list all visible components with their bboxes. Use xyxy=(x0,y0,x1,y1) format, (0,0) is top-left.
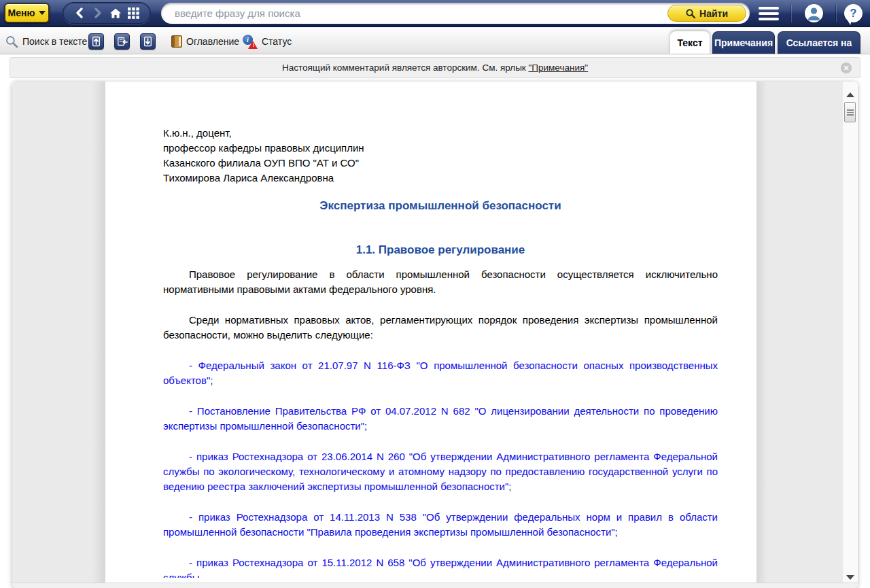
page-margin-left xyxy=(12,82,105,588)
find-button-label: Найти xyxy=(699,8,728,19)
user-icon xyxy=(805,4,823,22)
document-paragraph: Среди нормативных правовых актов, реглам… xyxy=(163,313,718,343)
chevron-down-icon xyxy=(39,11,46,15)
search-in-text-icon xyxy=(5,35,18,48)
vertical-scrollbar[interactable] xyxy=(843,82,858,588)
document-link-paragraph[interactable]: - приказ Ростехнадзора от 15.11.2012 N 6… xyxy=(163,555,718,578)
separator xyxy=(790,5,792,22)
book-icon xyxy=(171,35,182,48)
question-mark-icon: ? xyxy=(850,8,857,19)
tab-text[interactable]: Текст xyxy=(670,31,710,54)
hamburger-icon xyxy=(759,7,779,10)
notice-bar: Настоящий комментарий является авторским… xyxy=(10,57,860,78)
status-button[interactable]: i ! Статус xyxy=(243,29,292,54)
page-margin-right xyxy=(756,82,843,588)
table-of-contents-button[interactable]: Оглавление xyxy=(171,29,239,54)
content-area: К.ю.н., доцент,профессор кафедры правовы… xyxy=(0,82,870,588)
find-button[interactable]: Найти xyxy=(667,5,746,22)
top-bar: Меню На xyxy=(0,0,870,27)
byline-line: К.ю.н., доцент, xyxy=(163,126,718,141)
user-account-button[interactable] xyxy=(805,4,823,22)
scroll-down-icon[interactable] xyxy=(846,575,854,580)
document-link-paragraph[interactable]: - Федеральный закон от 21.07.97 N 116-ФЗ… xyxy=(163,358,718,388)
document-panel: К.ю.н., доцент,профессор кафедры правовы… xyxy=(12,82,858,588)
notice-notes-link[interactable]: "Примечания" xyxy=(529,63,589,73)
tab-references[interactable]: Ссылается на xyxy=(778,31,860,54)
close-icon[interactable]: ✕ xyxy=(841,63,852,73)
speech-bubble-tail xyxy=(846,19,851,24)
document-link-paragraph[interactable]: - Постановление Правительства РФ от 04.0… xyxy=(163,404,718,434)
byline-line: профессор кафедры правовых дисциплин xyxy=(163,141,718,156)
scrollbar-thumb[interactable] xyxy=(844,102,856,122)
search-input[interactable] xyxy=(175,4,657,22)
tab-references-label: Ссылается на xyxy=(786,37,852,48)
search-icon xyxy=(686,9,695,18)
toc-label: Оглавление xyxy=(186,36,239,47)
document-title: Экспертиза промышленной безопасности xyxy=(163,198,718,214)
horizontal-scrollbar[interactable] xyxy=(12,583,858,588)
doc-arrow-down-icon xyxy=(143,36,153,47)
chevron-right-icon xyxy=(93,7,103,18)
notice-text: Настоящий комментарий является авторским… xyxy=(10,58,860,77)
document-body: К.ю.н., доцент,профессор кафедры правовы… xyxy=(105,82,756,578)
byline-line: Тихомирова Лариса Александровна xyxy=(163,171,718,186)
status-label: Статус xyxy=(262,36,292,47)
tab-text-label: Текст xyxy=(677,37,702,48)
grid-icon xyxy=(128,7,139,19)
document-paragraph: Правовое регулирование в области промышл… xyxy=(163,267,718,297)
doc-arrow-up-icon xyxy=(91,36,101,47)
forward-button[interactable] xyxy=(90,4,105,22)
doc-back-button[interactable] xyxy=(114,33,130,50)
chevron-left-icon xyxy=(75,7,84,18)
status-icon: i ! xyxy=(243,34,258,49)
help-button[interactable]: ? xyxy=(844,4,863,22)
search-bar: Найти xyxy=(161,3,750,24)
menu-button[interactable]: Меню xyxy=(4,3,50,23)
main-menu-button[interactable] xyxy=(759,7,779,20)
doc-arrow-left-icon xyxy=(117,36,128,47)
tab-notes-label: Примечания xyxy=(714,37,773,48)
search-in-text-label: Поиск в тексте xyxy=(22,36,87,47)
home-button[interactable] xyxy=(108,4,123,22)
document-link-paragraph[interactable]: - приказ Ростехнадзора от 14.11.2013 N 5… xyxy=(163,510,718,540)
document-byline: К.ю.н., доцент,профессор кафедры правовы… xyxy=(163,126,718,186)
document-link-paragraph[interactable]: - приказ Ростехнадзора от 23.06.2014 N 2… xyxy=(163,449,718,494)
search-in-text-button[interactable]: Поиск в тексте xyxy=(5,29,87,54)
tab-notes[interactable]: Примечания xyxy=(712,31,775,54)
navigation-pill xyxy=(63,2,151,24)
byline-line: Казанского филиала ОУП ВПО "АТ и СО" xyxy=(163,156,718,171)
doc-bottom-button[interactable] xyxy=(140,33,156,50)
section-heading: 1.1. Правовое регулирование xyxy=(163,242,718,258)
scroll-up-icon[interactable] xyxy=(846,92,854,97)
back-button[interactable] xyxy=(72,4,87,22)
document-paragraphs: Правовое регулирование в области промышл… xyxy=(163,267,718,578)
doc-top-button[interactable] xyxy=(88,33,104,50)
scrollbar-grip-icon xyxy=(847,109,854,116)
document-page: К.ю.н., доцент,профессор кафедры правовы… xyxy=(105,82,756,583)
apps-grid-button[interactable] xyxy=(126,4,141,22)
home-icon xyxy=(109,7,122,19)
menu-button-label: Меню xyxy=(8,7,35,18)
document-toolbar: Поиск в тексте Оглавление i ! Статус xyxy=(0,29,870,54)
separator xyxy=(835,5,837,22)
